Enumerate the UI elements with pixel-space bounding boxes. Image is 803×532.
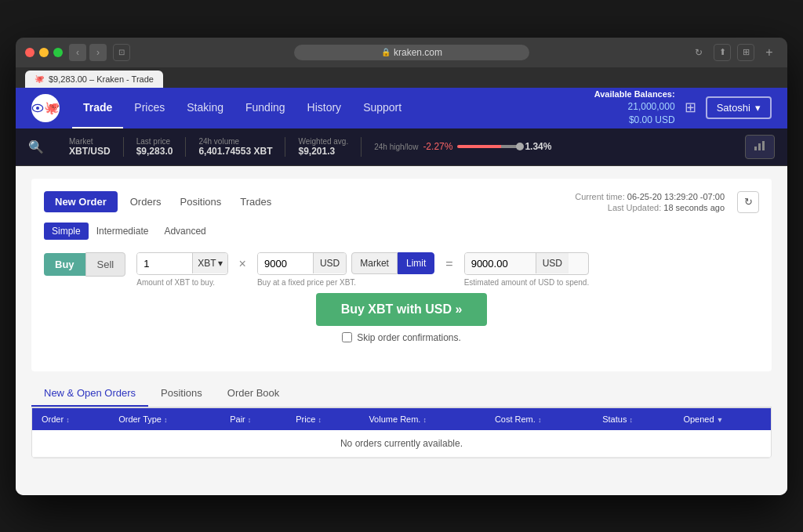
currency-dropdown-icon: ▾: [218, 258, 223, 269]
tab-trades[interactable]: Trades: [234, 191, 278, 212]
refresh-button[interactable]: ↻: [737, 191, 759, 213]
mode-advanced[interactable]: Advanced: [156, 223, 213, 240]
svg-rect-4: [762, 141, 765, 150]
browser-chrome: ‹ › ⊡ 🔒 kraken.com ↻ ⬆ ⊞ +: [16, 38, 787, 67]
nav-prices[interactable]: Prices: [123, 88, 176, 128]
nav-buttons: ‹ ›: [69, 44, 107, 61]
total-input[interactable]: [465, 253, 536, 274]
tab-title: $9,283.00 – Kraken - Trade: [49, 74, 154, 84]
orders-table-body: No orders currently available.: [32, 430, 771, 458]
chart-icon[interactable]: [745, 135, 775, 159]
back-button[interactable]: ‹: [69, 44, 86, 61]
col-opened[interactable]: Opened ▼: [674, 408, 771, 430]
total-group: USD Estimated amount of USD to spend.: [464, 252, 590, 287]
market-label: Market: [69, 137, 111, 146]
balance-usd: $0.00 USD: [594, 114, 675, 127]
nav-links: Trade Prices Staking Funding History Sup…: [72, 88, 594, 128]
skip-confirm-checkbox[interactable]: [342, 332, 352, 342]
col-order-type[interactable]: Order Type ↕: [109, 408, 220, 430]
mode-intermediate[interactable]: Intermediate: [89, 223, 157, 240]
active-browser-tab[interactable]: 🐙 $9,283.00 – Kraken - Trade: [25, 71, 163, 88]
last-updated-label: Last Updated:: [608, 203, 662, 212]
traffic-lights: [25, 48, 63, 57]
nav-staking[interactable]: Staking: [176, 88, 234, 128]
bottom-tabs: New & Open Orders Positions Order Book: [31, 381, 772, 407]
logo-icon: 🐙: [31, 94, 60, 122]
sell-button[interactable]: Sell: [85, 252, 126, 277]
total-helper: Estimated amount of USD to spend.: [464, 278, 590, 287]
reload-button[interactable]: ↻: [690, 44, 707, 61]
url-text: kraken.com: [394, 47, 442, 58]
share-button[interactable]: ⬆: [714, 44, 731, 61]
time-info: Current time: 06-25-20 13:29:20 -07:00 L…: [575, 192, 725, 212]
user-menu-button[interactable]: Satoshi ▾: [706, 96, 772, 119]
nav-support[interactable]: Support: [352, 88, 412, 128]
price-input[interactable]: [258, 253, 313, 274]
mode-simple[interactable]: Simple: [44, 223, 89, 240]
col-price[interactable]: Price ↕: [286, 408, 359, 430]
market-limit-buttons: Market Limit: [351, 252, 434, 274]
price-slider: [457, 145, 520, 148]
tab-manager-button[interactable]: ⊞: [737, 44, 754, 61]
buy-button[interactable]: Buy: [44, 253, 85, 276]
svg-rect-3: [758, 143, 761, 150]
new-tab-button[interactable]: +: [761, 44, 778, 61]
market-pair-stat: Market XBT/USD: [56, 137, 124, 157]
bottom-tab-order-book[interactable]: Order Book: [215, 381, 292, 407]
col-volume[interactable]: Volume Rem. ↕: [359, 408, 485, 430]
window-button[interactable]: ⊡: [113, 44, 130, 61]
amount-currency[interactable]: XBT ▾: [192, 253, 227, 273]
amount-input[interactable]: [137, 253, 192, 274]
nav-history[interactable]: History: [296, 88, 353, 128]
tab-orders[interactable]: Orders: [124, 191, 168, 212]
order-form-section: New Order Orders Positions Trades Curren…: [31, 179, 772, 371]
market-type-button[interactable]: Market: [351, 252, 398, 274]
bottom-tab-open-orders[interactable]: New & Open Orders: [31, 381, 148, 407]
amount-helper: Amount of XBT to buy.: [136, 278, 227, 287]
price-change: 24h high/low -2.27% 1.34%: [362, 141, 564, 152]
bottom-tab-positions[interactable]: Positions: [148, 381, 215, 407]
empty-orders-message: No orders currently available.: [32, 430, 771, 458]
order-form-row: Buy Sell XBT ▾ Amount of: [44, 252, 759, 287]
search-icon[interactable]: 🔍: [28, 139, 44, 154]
last-price-label: Last price: [136, 137, 173, 146]
table-row: No orders currently available.: [32, 430, 771, 458]
tab-positions[interactable]: Positions: [173, 191, 227, 212]
buy-action-wrap: Buy XBT with USD » Skip order confirmati…: [44, 293, 759, 343]
balance-crypto: 21,000,000: [594, 100, 675, 114]
logo[interactable]: 🐙: [31, 94, 60, 122]
nav-funding[interactable]: Funding: [234, 88, 296, 128]
change-label: 24h high/low: [374, 143, 418, 151]
col-pair[interactable]: Pair ↕: [220, 408, 286, 430]
sort-status-icon: ↕: [629, 416, 633, 424]
col-status[interactable]: Status ↕: [593, 408, 674, 430]
sort-order-type-icon: ↕: [164, 416, 168, 424]
col-cost[interactable]: Cost Rem. ↕: [485, 408, 593, 430]
equals-sign: =: [445, 257, 452, 271]
sort-price-icon: ↕: [318, 416, 322, 424]
price-group: USD Market Limit Buy at a fixed price pe…: [257, 252, 434, 287]
orders-table-wrap: Order ↕ Order Type ↕ Pair ↕ Price ↕ Volu…: [31, 407, 772, 458]
top-nav: 🐙 Trade Prices Staking Funding History S…: [16, 88, 787, 128]
balances-label: Available Balances:: [594, 89, 675, 100]
svg-point-1: [36, 107, 39, 110]
col-order[interactable]: Order ↕: [32, 408, 109, 430]
address-bar[interactable]: 🔒 kraken.com: [294, 45, 529, 60]
volume-stat: 24h volume 6,401.74553 XBT: [186, 137, 285, 157]
current-time-value: 06-25-20 13:29:20 -07:00: [627, 192, 725, 201]
nav-trade[interactable]: Trade: [72, 88, 123, 128]
user-name: Satoshi: [717, 102, 750, 114]
skip-confirm-label: Skip order confirmations.: [357, 332, 461, 343]
limit-type-button[interactable]: Limit: [398, 252, 434, 274]
forward-button[interactable]: ›: [89, 44, 107, 61]
tab-new-order[interactable]: New Order: [44, 191, 118, 212]
maximize-traffic-light[interactable]: [53, 48, 63, 57]
weighted-value: $9,201.3: [298, 146, 348, 157]
order-form-tabs: New Order Orders Positions Trades Curren…: [44, 191, 759, 213]
balances: Available Balances: 21,000,000 $0.00 USD: [594, 89, 675, 127]
minimize-traffic-light[interactable]: [39, 48, 49, 57]
buy-action-button[interactable]: Buy XBT with USD »: [316, 293, 488, 326]
sort-opened-icon: ▼: [717, 416, 724, 424]
close-traffic-light[interactable]: [25, 48, 35, 57]
grid-icon[interactable]: ⊞: [685, 99, 696, 116]
